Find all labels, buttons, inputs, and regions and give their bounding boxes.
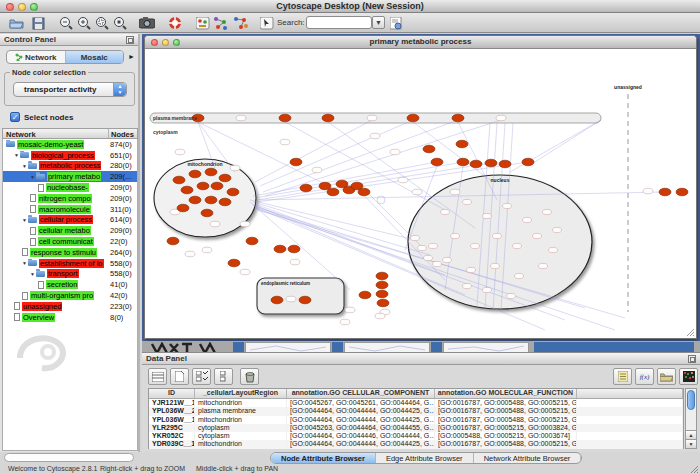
network-node-selected[interactable] [407, 114, 419, 122]
network-node[interactable] [483, 213, 492, 218]
column-header[interactable]: annotation.GO MOLECULAR_FUNCTION [435, 389, 577, 398]
network-node[interactable] [515, 273, 524, 278]
network-node-selected[interactable] [431, 158, 443, 166]
attribute-list-icon[interactable] [613, 368, 632, 385]
expand-arrow-icon[interactable]: ▼ [14, 152, 19, 158]
network-node-selected[interactable] [358, 188, 370, 196]
network-node-selected[interactable] [470, 160, 482, 168]
network-node[interactable] [493, 233, 502, 238]
search-dropdown-icon[interactable]: ▼ [372, 16, 385, 29]
column-header[interactable]: annotation.GO CELLULAR_COMPONENT [287, 389, 435, 398]
network-node[interactable] [312, 167, 322, 173]
network-node[interactable] [418, 245, 427, 250]
layout-network-icon[interactable] [212, 15, 229, 31]
float-data-panel-icon[interactable] [688, 355, 696, 363]
tree-item[interactable]: secretion41(0) [3, 279, 137, 290]
tab-node-attribute-browser[interactable]: Node Attribute Browser [271, 453, 376, 463]
tree-item[interactable]: nucleobase-209(0) [3, 182, 137, 193]
tree-item[interactable]: ▼metabolic process280(0) [3, 161, 137, 172]
delete-attribute-trash-icon[interactable] [240, 368, 259, 385]
network-node-selected[interactable] [376, 272, 388, 280]
network-node-selected[interactable] [189, 196, 201, 204]
expand-arrow-icon[interactable]: ▼ [22, 260, 27, 266]
network-node-selected[interactable] [205, 168, 217, 176]
help-lifesaver-icon[interactable] [166, 15, 183, 31]
network-node[interactable] [240, 269, 250, 275]
network-node[interactable] [441, 209, 450, 214]
open-file-icon[interactable] [8, 15, 25, 31]
network-node[interactable] [370, 133, 380, 139]
network-node[interactable] [424, 255, 433, 260]
expand-arrow-icon[interactable]: ▼ [22, 163, 27, 169]
tree-item[interactable]: multi-organism pro42(0) [3, 290, 137, 301]
tree-item[interactable]: response to stimulu264(0) [3, 247, 137, 258]
network-node-selected[interactable] [181, 186, 193, 194]
expand-arrow-icon[interactable]: ▼ [30, 174, 35, 180]
table-row[interactable]: YLR295Ccytoplasm[GO:0045263, GO:0044464,… [149, 424, 683, 432]
network-node-selected[interactable] [456, 140, 468, 148]
network-node-selected[interactable] [211, 182, 223, 190]
network-node[interactable] [539, 263, 548, 268]
network-node[interactable] [507, 293, 516, 298]
network-node-selected[interactable] [522, 158, 534, 166]
network-node[interactable] [463, 283, 472, 288]
annotation-icon[interactable] [194, 15, 211, 31]
new-attribute-icon[interactable] [170, 368, 189, 385]
zoom-out-icon[interactable] [58, 15, 75, 31]
network-node-selected[interactable] [173, 176, 185, 184]
network-node-selected[interactable] [327, 188, 339, 196]
network-node[interactable] [345, 307, 355, 313]
network-node-selected[interactable] [457, 158, 469, 166]
network-node[interactable] [412, 189, 422, 195]
network-node-selected[interactable] [423, 145, 435, 153]
expand-arrow-icon[interactable]: ▼ [22, 217, 27, 223]
network-node[interactable] [549, 247, 558, 252]
table-scrollbar[interactable]: ▲ ▼ [685, 388, 697, 449]
tab-edge-attribute-browser[interactable]: Edge Attribute Browser [376, 453, 474, 463]
network-node-selected[interactable] [499, 160, 511, 168]
network-node-selected[interactable] [219, 174, 231, 182]
heatmap-matrix-icon[interactable] [679, 368, 698, 385]
network-node-selected[interactable] [659, 188, 671, 196]
network-node[interactable] [543, 209, 552, 214]
network-node-selected[interactable] [167, 237, 179, 245]
float-panel-icon[interactable] [126, 36, 134, 44]
attribute-table-icon[interactable] [148, 368, 167, 385]
network-node-selected[interactable] [205, 196, 217, 204]
tree-item[interactable]: mosaic-demo-yeast874(0) [3, 139, 137, 150]
network-node[interactable] [367, 115, 377, 121]
network-node-selected[interactable] [359, 291, 371, 299]
network-node[interactable] [443, 257, 452, 262]
scroll-down-icon[interactable]: ▼ [686, 439, 696, 448]
network-node[interactable] [236, 115, 246, 121]
table-row[interactable]: YDR039C__1mitochondrion[GO:0044464, GO:0… [149, 440, 683, 448]
network-node[interactable] [553, 227, 562, 232]
tab-overflow-icon[interactable]: ► [128, 53, 135, 60]
network-node[interactable] [643, 188, 653, 194]
manual-layout-icon[interactable] [258, 15, 275, 31]
scrollbar-thumb[interactable] [687, 390, 695, 410]
network-node[interactable] [491, 263, 500, 268]
snapshot-camera-icon[interactable] [138, 15, 155, 31]
network-node-selected[interactable] [279, 114, 291, 122]
unselect-attributes-icon[interactable] [214, 368, 233, 385]
network-node[interactable] [375, 313, 385, 319]
save-icon[interactable] [30, 15, 47, 31]
network-node[interactable] [185, 251, 195, 257]
layout-network-alt-icon[interactable] [232, 15, 249, 31]
network-window-resize-grip[interactable] [685, 327, 695, 337]
node-color-attribute-select[interactable]: transporter activity ▲▼ [13, 82, 127, 97]
network-node[interactable] [433, 261, 442, 266]
network-node-selected[interactable] [271, 296, 283, 304]
network-node-selected[interactable] [189, 170, 201, 178]
table-row[interactable]: YJR121W__1mitochondrion[GO:0045267, GO:0… [149, 399, 683, 407]
network-node[interactable] [451, 233, 460, 238]
network-node-selected[interactable] [377, 299, 389, 307]
network-node[interactable] [467, 267, 476, 272]
column-header[interactable] [577, 389, 683, 398]
network-node[interactable] [290, 259, 300, 265]
tab-mosaic[interactable]: Mosaic [66, 51, 124, 63]
network-node-selected[interactable] [300, 184, 312, 192]
network-node[interactable] [496, 115, 506, 121]
network-node[interactable] [429, 243, 438, 248]
